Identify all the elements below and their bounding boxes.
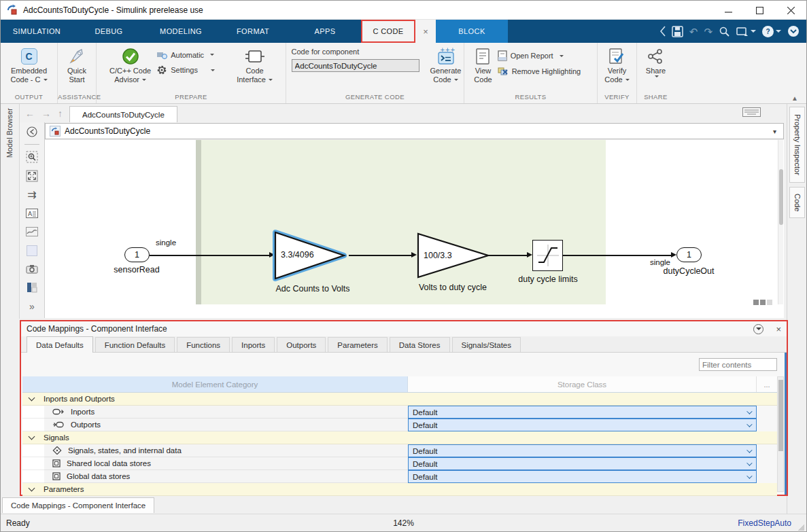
search-icon[interactable] <box>719 26 730 37</box>
code-for-component-input[interactable] <box>292 59 419 72</box>
saturation-name[interactable]: duty cycle limits <box>494 274 602 284</box>
storage-class-dropdown[interactable]: Default <box>408 444 757 457</box>
tab-parameters[interactable]: Parameters <box>328 337 387 352</box>
code-interface-button[interactable]: Code Interface <box>233 45 277 84</box>
share-button[interactable]: Share <box>642 45 670 77</box>
quick-start-button[interactable]: Quick Start <box>63 45 90 84</box>
storage-class-dropdown[interactable]: Default <box>408 419 757 431</box>
tab-c-code[interactable]: C CODE <box>361 20 415 43</box>
camera-icon[interactable] <box>24 263 40 275</box>
document-tab[interactable]: AdcCountsToDutyCycle <box>69 106 177 122</box>
property-inspector-tab[interactable]: Property Inspector <box>789 107 805 183</box>
table-row[interactable]: Shared local data stores Default <box>22 457 777 470</box>
breadcrumb[interactable]: AdcCountsToDutyCycle ▾ <box>45 123 784 139</box>
remove-highlighting-button[interactable]: Remove Highlighting <box>498 67 591 76</box>
gain-block-name[interactable]: Adc Counts to Volts <box>258 284 367 294</box>
close-c-code-tab-icon[interactable]: × <box>415 20 436 43</box>
table-row[interactable]: Signals, states, and internal data Defau… <box>22 444 777 457</box>
storage-class-dropdown[interactable]: Default <box>408 406 757 419</box>
screenshot-icon[interactable] <box>736 26 756 37</box>
nav-forward-icon[interactable]: → <box>41 108 51 119</box>
column-header-storage-class[interactable]: Storage Class <box>408 376 757 392</box>
table-row[interactable]: Outports Default <box>22 419 777 431</box>
nav-back-icon[interactable]: ← <box>25 108 35 119</box>
resize-grip[interactable] <box>797 524 804 531</box>
signal-wire[interactable] <box>563 255 671 256</box>
signal-wire[interactable] <box>349 255 411 256</box>
signal-wire[interactable] <box>150 255 269 256</box>
tab-debug[interactable]: DEBUG <box>73 20 145 43</box>
breadcrumb-dropdown-icon[interactable]: ▾ <box>773 128 776 135</box>
annotation-icon[interactable]: A <box>24 207 40 219</box>
open-report-dropdown[interactable]: Open Report <box>498 50 591 61</box>
tab-outports[interactable]: Outports <box>277 337 326 352</box>
collapse-chevron-icon[interactable] <box>29 395 35 402</box>
palette-more-icon[interactable]: » <box>24 300 40 313</box>
tab-functions[interactable]: Functions <box>177 337 230 352</box>
table-group-row[interactable]: Inports and Outports <box>22 393 777 406</box>
viewer-icon[interactable] <box>24 226 40 238</box>
gain-block-name[interactable]: Volts to duty cycle <box>398 283 507 292</box>
collapse-chevron-icon[interactable] <box>29 485 35 492</box>
embedded-code-button[interactable]: C Embedded Code - C <box>6 45 51 84</box>
maximize-button[interactable] <box>744 1 775 20</box>
panel-scrollbar[interactable] <box>777 376 784 492</box>
generate-code-button[interactable]: +++ Generate Code <box>426 45 466 84</box>
collapse-ribbon-icon[interactable]: ▲ <box>791 94 798 102</box>
breadcrumb-model-name[interactable]: AdcCountsToDutyCycle <box>65 126 150 136</box>
signal-routing-icon[interactable]: ⇉ <box>24 188 40 201</box>
verify-code-button[interactable]: Verify Code <box>600 45 633 84</box>
canvas-vertical-scrollbar[interactable] <box>778 140 783 304</box>
tab-data-defaults[interactable]: Data Defaults <box>27 336 93 353</box>
close-button[interactable] <box>775 1 806 20</box>
table-group-row[interactable]: Signals <box>22 431 777 444</box>
column-header-more[interactable]: ... <box>757 376 777 392</box>
signal-label-single-in[interactable]: single <box>156 238 176 247</box>
nav-up-icon[interactable]: ↑ <box>58 108 63 119</box>
tab-format[interactable]: FORMAT <box>217 20 289 43</box>
collapse-chevron-icon[interactable] <box>29 433 35 440</box>
canvas-corner-widget-icon[interactable] <box>753 300 772 305</box>
tab-signals-states[interactable]: Signals/States <box>452 337 521 352</box>
inport-block[interactable]: 1 <box>124 247 150 262</box>
gain-block-adc-counts[interactable]: 3.3/4096 <box>272 229 348 282</box>
tab-simulation[interactable]: SIMULATION <box>1 20 73 43</box>
undo-icon[interactable]: ↶ <box>689 26 698 37</box>
outport-name[interactable]: dutyCycleOut <box>634 266 743 276</box>
storage-class-dropdown[interactable]: Default <box>408 457 757 470</box>
table-row[interactable]: Global data stores Default <box>22 470 777 483</box>
code-mappings-bottom-tab[interactable]: Code Mappings - Component Interface <box>2 497 154 513</box>
table-group-row[interactable]: Parameters <box>22 483 777 496</box>
view-code-button[interactable]: View Code <box>470 45 496 84</box>
settings-dropdown[interactable]: Settings <box>156 65 231 75</box>
signal-wire[interactable] <box>489 255 527 256</box>
saturation-block[interactable] <box>532 240 563 271</box>
tab-inports[interactable]: Inports <box>232 337 275 352</box>
column-header-category[interactable]: Model Element Category <box>22 376 408 392</box>
close-panel-icon[interactable]: × <box>776 324 781 334</box>
hide-explorer-icon[interactable] <box>24 126 40 138</box>
tab-apps[interactable]: APPS <box>289 20 361 43</box>
signal-label-single-out[interactable]: single <box>619 258 670 266</box>
code-pane-tab[interactable]: Code <box>789 187 805 218</box>
tab-function-defaults[interactable]: Function Defaults <box>95 337 175 352</box>
inport-name[interactable]: sensorRead <box>82 265 191 274</box>
minimize-button[interactable] <box>712 1 744 20</box>
keyboard-shortcuts-icon[interactable] <box>742 107 761 117</box>
model-canvas[interactable]: 1 sensorRead single 3.3/4096 Adc Counts … <box>45 140 784 318</box>
filter-contents-input[interactable] <box>699 358 777 371</box>
outport-block[interactable]: 1 <box>676 247 702 262</box>
tab-data-stores[interactable]: Data Stores <box>390 337 450 352</box>
minimize-panel-icon[interactable] <box>753 324 763 334</box>
code-advisor-button[interactable]: C/C++ Code Advisor <box>105 45 155 84</box>
gain-block-volts[interactable]: 100/3.3 <box>417 232 490 279</box>
storage-class-dropdown[interactable]: Default <box>408 470 757 483</box>
table-row[interactable]: Inports Default <box>22 406 777 419</box>
fit-to-view-icon[interactable] <box>24 170 40 182</box>
help-icon[interactable]: ? <box>762 26 781 37</box>
tab-block[interactable]: BLOCK <box>436 20 508 43</box>
solver-link[interactable]: FixedStepAuto <box>738 518 791 528</box>
qab-collapse-left-icon[interactable] <box>660 26 666 37</box>
subsystem-badge-icon[interactable] <box>24 281 40 294</box>
area-icon[interactable] <box>24 245 40 257</box>
